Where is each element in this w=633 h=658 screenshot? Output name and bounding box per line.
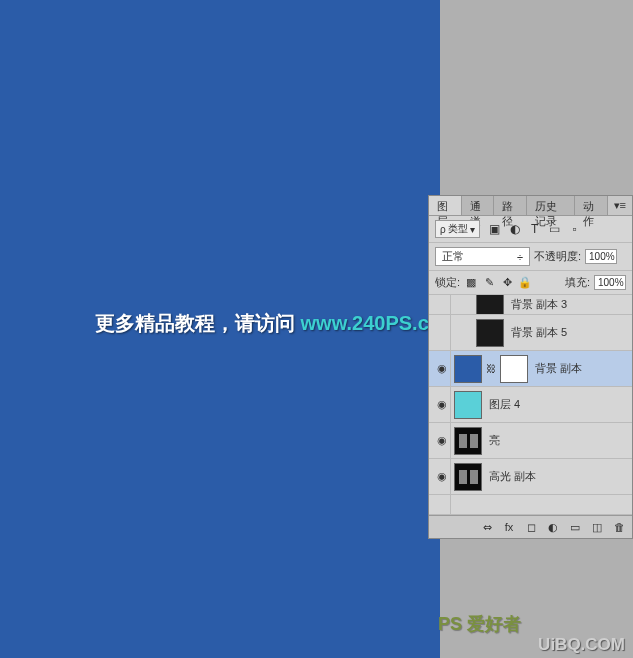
layer-name[interactable]: 背景 副本 3 bbox=[511, 297, 567, 312]
lock-label: 锁定: bbox=[435, 275, 460, 290]
blend-row: 正常 ÷ 不透明度: 100% bbox=[429, 243, 632, 271]
visibility-toggle[interactable] bbox=[433, 315, 451, 350]
tab-channels[interactable]: 通道 bbox=[462, 196, 495, 215]
promo-banner: 更多精品教程，请访问 www.240PS.com bbox=[95, 310, 459, 337]
layer-row[interactable]: ◉ ⛓ 背景 副本 bbox=[429, 351, 632, 387]
layer-name[interactable]: 背景 副本 bbox=[535, 361, 582, 376]
fill-label: 填充: bbox=[565, 275, 590, 290]
layer-thumb[interactable] bbox=[476, 295, 504, 315]
filter-type-select[interactable]: ρ 类型 ▾ bbox=[435, 220, 480, 238]
watermark-uibq: UiBQ.COM bbox=[538, 635, 625, 655]
chevron-updown-icon: ÷ bbox=[517, 251, 523, 263]
layer-name[interactable]: 亮 bbox=[489, 433, 500, 448]
filter-smart-icon[interactable]: ▫ bbox=[568, 222, 582, 236]
layer-thumb[interactable] bbox=[454, 355, 482, 383]
filter-adjust-icon[interactable]: ◐ bbox=[508, 222, 522, 236]
layer-thumb[interactable] bbox=[476, 319, 504, 347]
filter-label: 类型 bbox=[448, 222, 468, 236]
tab-history[interactable]: 历史记录 bbox=[527, 196, 575, 215]
filter-shape-icon[interactable]: ▭ bbox=[548, 222, 562, 236]
filter-pixel-icon[interactable]: ▣ bbox=[488, 222, 502, 236]
lock-all-icon[interactable]: 🔒 bbox=[518, 276, 532, 290]
opacity-input[interactable]: 100% bbox=[585, 249, 617, 264]
layer-row[interactable]: ◉ 亮 bbox=[429, 423, 632, 459]
chevron-down-icon: ▾ bbox=[470, 224, 475, 235]
visibility-toggle[interactable]: ◉ bbox=[433, 459, 451, 494]
fill-input[interactable]: 100% bbox=[594, 275, 626, 290]
visibility-toggle[interactable]: ◉ bbox=[433, 387, 451, 422]
link-layers-icon[interactable]: ⇔ bbox=[480, 520, 494, 534]
visibility-toggle[interactable]: ◉ bbox=[433, 351, 451, 386]
eye-icon: ◉ bbox=[437, 470, 447, 483]
tab-actions[interactable]: 动作 bbox=[575, 196, 608, 215]
layer-thumb[interactable] bbox=[454, 463, 482, 491]
layer-filter-row: ρ 类型 ▾ ▣ ◐ T ▭ ▫ bbox=[429, 216, 632, 243]
lock-row: 锁定: ▩ ✎ ✥ 🔒 填充: 100% bbox=[429, 271, 632, 295]
layer-name[interactable]: 背景 副本 5 bbox=[511, 325, 567, 340]
opacity-label: 不透明度: bbox=[534, 249, 581, 264]
tab-layers[interactable]: 图层 bbox=[429, 196, 462, 215]
lock-transparent-icon[interactable]: ▩ bbox=[464, 276, 478, 290]
layer-row[interactable]: ◉ 图层 4 bbox=[429, 387, 632, 423]
layer-thumb[interactable] bbox=[454, 391, 482, 419]
promo-text: 更多精品教程，请访问 bbox=[95, 312, 301, 334]
panel-footer: ⇔ fx ◻ ◐ ▭ ◫ 🗑 bbox=[429, 515, 632, 538]
blend-mode-select[interactable]: 正常 ÷ bbox=[435, 247, 530, 266]
adjustment-icon[interactable]: ◐ bbox=[546, 520, 560, 534]
layers-panel: 图层 通道 路径 历史记录 动作 ▾≡ ρ 类型 ▾ ▣ ◐ T ▭ ▫ 正常 … bbox=[428, 195, 633, 539]
search-icon: ρ bbox=[440, 224, 446, 235]
lock-position-icon[interactable]: ✥ bbox=[500, 276, 514, 290]
filter-type-icon[interactable]: T bbox=[528, 222, 542, 236]
panel-tabs: 图层 通道 路径 历史记录 动作 ▾≡ bbox=[429, 196, 632, 216]
mask-icon[interactable]: ◻ bbox=[524, 520, 538, 534]
eye-icon: ◉ bbox=[437, 362, 447, 375]
visibility-toggle[interactable] bbox=[433, 295, 451, 314]
link-mask-icon[interactable]: ⛓ bbox=[485, 363, 497, 374]
layer-row[interactable]: 背景 副本 3 bbox=[429, 295, 632, 315]
lock-pixels-icon[interactable]: ✎ bbox=[482, 276, 496, 290]
trash-icon[interactable]: 🗑 bbox=[612, 520, 626, 534]
lock-icons: ▩ ✎ ✥ 🔒 bbox=[464, 276, 532, 290]
layer-row[interactable]: 背景 副本 5 bbox=[429, 315, 632, 351]
layer-name[interactable]: 高光 副本 bbox=[489, 469, 536, 484]
visibility-toggle[interactable] bbox=[433, 495, 451, 514]
eye-icon: ◉ bbox=[437, 434, 447, 447]
filter-icons: ▣ ◐ T ▭ ▫ bbox=[488, 222, 582, 236]
blend-mode-value: 正常 bbox=[442, 249, 464, 264]
layer-list: 背景 副本 3 背景 副本 5 ◉ ⛓ 背景 副本 ◉ 图层 4 ◉ 亮 ◉ bbox=[429, 295, 632, 515]
layer-name[interactable]: 图层 4 bbox=[489, 397, 520, 412]
mask-thumb[interactable] bbox=[500, 355, 528, 383]
tab-paths[interactable]: 路径 bbox=[494, 196, 527, 215]
new-layer-icon[interactable]: ◫ bbox=[590, 520, 604, 534]
watermark-ps: PS 爱好者 bbox=[438, 612, 521, 636]
layer-row[interactable]: ◉ 高光 副本 bbox=[429, 459, 632, 495]
visibility-toggle[interactable]: ◉ bbox=[433, 423, 451, 458]
eye-icon: ◉ bbox=[437, 398, 447, 411]
panel-menu-icon[interactable]: ▾≡ bbox=[608, 196, 632, 215]
group-icon[interactable]: ▭ bbox=[568, 520, 582, 534]
layer-thumb[interactable] bbox=[454, 427, 482, 455]
fx-icon[interactable]: fx bbox=[502, 520, 516, 534]
layer-row[interactable] bbox=[429, 495, 632, 515]
